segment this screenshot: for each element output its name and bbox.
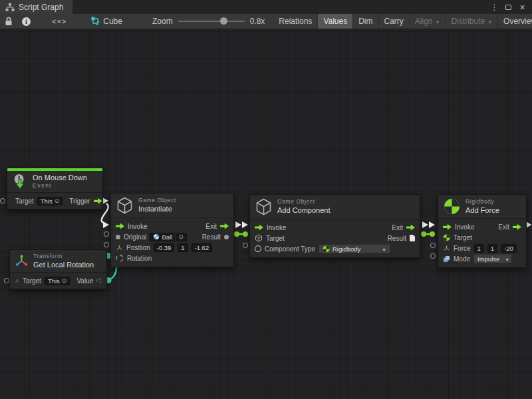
node-title: Add Force — [466, 205, 499, 215]
object-picker-icon[interactable]: ⊙ — [178, 234, 184, 240]
component-type-label: Component Type — [265, 245, 315, 253]
rotation-port-icon[interactable] — [96, 277, 102, 285]
value-port-label: Value — [76, 277, 93, 285]
component-type-dropdown[interactable]: Rigidbody ▼ — [319, 244, 390, 253]
node-category: Transform — [33, 253, 94, 260]
chevron-down-icon: ▼ — [436, 20, 440, 25]
game-object-icon — [116, 197, 133, 214]
port-addcomponent-type[interactable] — [243, 243, 248, 248]
node-category: Game Object — [277, 198, 331, 205]
code-brackets-icon: <×> — [40, 17, 78, 25]
rigidbody-port-icon[interactable] — [443, 234, 450, 241]
rotation-port-label: Rotation — [127, 255, 152, 262]
flow-in-port-icon[interactable] — [116, 223, 124, 229]
node-instantiate[interactable]: Game Object Instantiate Invoke Exit Orig… — [110, 193, 234, 267]
maximize-icon — [505, 5, 511, 10]
node-category: Game Object — [138, 197, 176, 204]
link-addcomponent-to-addforce[interactable] — [422, 221, 435, 228]
graph-owner-button[interactable]: Cube — [83, 14, 127, 29]
port-instantiate-position[interactable] — [104, 243, 109, 247]
edit-graph-button[interactable]: <×> — [35, 14, 83, 29]
rigidbody-icon — [444, 198, 460, 215]
zoom-slider-handle[interactable] — [220, 17, 227, 25]
object-picker-icon[interactable]: ⊙ — [55, 198, 60, 204]
flow-out-port-icon[interactable] — [406, 225, 415, 231]
port-addforce-mode[interactable] — [431, 254, 436, 259]
toolbar-button-dim[interactable]: Dim — [352, 14, 378, 29]
link-result-to-target-2[interactable] — [421, 231, 435, 237]
exit-port-label: Exit — [205, 223, 217, 230]
flow-out-port-icon[interactable] — [513, 224, 521, 230]
force-mode-dropdown[interactable]: Impulse ▼ — [473, 254, 512, 263]
addforce-exit-arrow[interactable] — [526, 221, 531, 228]
node-get-local-rotation[interactable]: Transform Get Local Rotation Target This… — [9, 249, 107, 289]
flow-in-port-icon[interactable] — [443, 224, 452, 230]
toolbar-button-distribute[interactable]: Distribute▼ — [445, 14, 497, 29]
node-add-component[interactable]: Game Object Add Component Invoke Exit Ta… — [249, 194, 420, 258]
link-instantiate-to-addcomponent[interactable] — [235, 221, 248, 228]
port-getlocalrotation-target[interactable] — [5, 279, 9, 283]
info-button[interactable]: i — [17, 14, 35, 29]
flow-out-port-icon[interactable] — [94, 198, 102, 204]
vector3-port-icon — [443, 245, 450, 252]
port-onmousedown-target[interactable] — [1, 199, 5, 203]
toolbar-button-relations[interactable]: Relations — [273, 14, 317, 29]
toolbar-button-values[interactable]: Values — [317, 14, 352, 29]
flow-in-port-icon[interactable] — [255, 225, 263, 231]
original-port-label: Original — [124, 233, 146, 241]
force-z-field[interactable]: -20 — [501, 244, 517, 253]
original-port-icon[interactable] — [116, 235, 120, 239]
position-z-field[interactable]: -1.62 — [192, 243, 213, 252]
tab-title: Script Graph — [19, 3, 63, 12]
result-port-icon[interactable] — [224, 235, 229, 239]
graph-canvas[interactable]: On Mouse Down Event Target This ⊙ Trigge… — [0, 29, 532, 399]
lock-button[interactable] — [0, 14, 17, 29]
toolbar-button-carry[interactable]: Carry — [378, 14, 409, 29]
rotation-port-icon[interactable] — [116, 254, 124, 262]
node-add-force[interactable]: Rigidbody Add Force Invoke Exit — [438, 194, 527, 268]
result-port-label: Result — [202, 233, 221, 241]
exit-port-label: Exit — [498, 223, 509, 231]
result-port-icon[interactable] — [410, 235, 415, 241]
target-port-label: Target — [15, 198, 34, 205]
transform-port-icon — [15, 277, 19, 285]
window-close-button[interactable]: × — [517, 1, 528, 13]
game-object-icon — [255, 198, 272, 215]
node-title: Get Local Rotation — [33, 260, 94, 269]
link-result-to-target-1[interactable] — [234, 231, 248, 237]
zoom-control: Zoom 0.8x — [146, 14, 271, 29]
invoke-port-label: Invoke — [455, 223, 474, 231]
object-picker-icon[interactable]: ⊙ — [62, 278, 67, 284]
flow-out-port-icon[interactable] — [220, 223, 229, 229]
game-object-port-icon[interactable] — [255, 234, 263, 242]
original-field[interactable]: Ball ⊙ — [150, 233, 186, 241]
field-divider — [175, 233, 176, 241]
position-x-field[interactable]: -0.39 — [154, 243, 175, 252]
script-graph-window: Script Graph ⋮ × i <×> — [0, 0, 532, 399]
node-category: Rigidbody — [466, 198, 499, 205]
rigidbody-icon — [323, 245, 330, 253]
force-port-label: Force — [454, 245, 471, 252]
window-maximize-button[interactable] — [503, 1, 514, 13]
zoom-slider[interactable] — [178, 21, 245, 22]
window-menu-button[interactable]: ⋮ — [489, 1, 500, 13]
position-y-field[interactable]: 1 — [178, 243, 188, 252]
node-on-mouse-down[interactable]: On Mouse Down Event Target This ⊙ Trigge… — [7, 168, 103, 209]
port-instantiate-original[interactable] — [104, 232, 109, 237]
title-bar: Script Graph ⋮ × — [0, 0, 532, 14]
toolbar-button-align[interactable]: Align▼ — [409, 14, 446, 29]
type-port-icon[interactable] — [255, 245, 261, 252]
target-field[interactable]: This ⊙ — [37, 197, 63, 205]
force-y-field[interactable]: 1 — [487, 244, 497, 253]
force-x-field[interactable]: 1 — [474, 244, 484, 253]
ball-prefab-icon — [153, 233, 160, 240]
target-field[interactable]: This ⊙ — [45, 277, 70, 285]
exit-port-label: Exit — [392, 224, 403, 231]
zoom-label: Zoom — [152, 17, 173, 26]
tab-script-graph[interactable]: Script Graph — [0, 0, 72, 14]
mouse-down-icon — [13, 174, 27, 190]
toolbar-button-overview[interactable]: Overview — [497, 14, 532, 29]
port-addforce-force[interactable] — [431, 243, 436, 248]
info-icon: i — [22, 17, 31, 26]
mode-port-label: Mode — [454, 255, 470, 263]
